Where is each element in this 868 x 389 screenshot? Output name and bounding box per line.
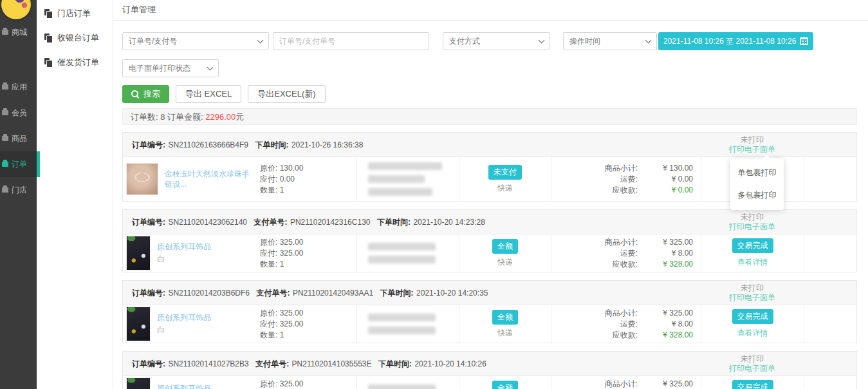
redacted-text-bar: [368, 384, 436, 389]
print-waybill-link[interactable]: 打印电子面单: [701, 222, 804, 232]
order-time-value: 2021-10-20 14:20:35: [416, 289, 488, 298]
order-time-value: 2021-10-20 14:10:26: [414, 359, 486, 368]
product-cell: 金枝玉叶天然淡水珍珠手链设... 原价: 130.00 应付: 0.00 数量:…: [123, 157, 356, 201]
print-waybill-link[interactable]: 打印电子面单: [701, 145, 804, 155]
order-time-value: 2021-10-20 14:23:28: [413, 218, 485, 227]
summary-text: 订单数: 8 订单金额:: [131, 112, 205, 122]
redacted-text-bar: [368, 162, 442, 170]
chevron-down-icon: [645, 37, 652, 43]
sidebar-item-members[interactable]: 会员: [0, 100, 37, 126]
product-variant: 白: [157, 254, 256, 265]
product-image[interactable]: [126, 377, 151, 389]
pay-no-value: PN211020142316C130: [290, 218, 371, 227]
product-image[interactable]: [126, 236, 151, 270]
filter-row-2: 电子面单打印状态: [122, 59, 857, 77]
redacted-text-bar: [368, 175, 425, 183]
order-time-value: 2021-10-26 16:36:38: [291, 140, 363, 149]
product-name-link[interactable]: 原创系列耳饰品: [157, 312, 256, 323]
submenu-item-label: 催发货订单: [57, 57, 99, 68]
quantity: 数量: 1: [260, 185, 356, 196]
payable-price: 应付: 325.00: [260, 319, 356, 330]
product-price-info: 原价: 325.00 应付: 325.00 数量: 1: [260, 379, 356, 389]
product-price-info: 原价: 325.00 应付: 325.00 数量: 1: [260, 237, 356, 270]
view-details-link[interactable]: 查看详情: [737, 328, 768, 339]
export-excel-button[interactable]: 导出 EXCEL: [176, 85, 241, 103]
order-no-label: 订单编号:: [132, 359, 165, 368]
print-status: 未打印: [701, 135, 804, 145]
order-no-type-select[interactable]: 订单号/支付号: [122, 32, 269, 50]
product-image[interactable]: [126, 163, 158, 195]
shipping-label: 运费:: [564, 248, 638, 259]
print-waybill-link[interactable]: 打印电子面单: [701, 293, 804, 303]
original-price: 原价: 325.00: [260, 308, 356, 319]
document-icon: [44, 9, 53, 18]
payment-status-cell: 全额 快递: [459, 376, 551, 389]
order-no-label: 订单编号:: [132, 140, 165, 149]
original-price: 原价: 325.00: [260, 379, 356, 389]
submenu-item-cashier-orders[interactable]: 收银台订单: [37, 26, 113, 50]
sidebar-item-orders[interactable]: 订单: [0, 151, 37, 177]
order-summary-bar: 订单数: 8 订单金额: 2296.00元: [122, 108, 857, 125]
popup-item-single-package-print[interactable]: 单包裹打印: [730, 162, 784, 184]
totals-cell: 商品小计:¥ 325.00 运费:¥ 8.00 应收款:¥ 328.00: [551, 234, 701, 272]
payment-status-badge: 全额: [492, 381, 518, 389]
document-icon: [44, 33, 53, 43]
redacted-text-bar: [368, 188, 432, 196]
sidebar-item-mall[interactable]: 商城: [0, 19, 37, 45]
sidebar-item-stores[interactable]: 门店: [0, 177, 37, 203]
order-no-label: 订单编号:: [132, 218, 165, 227]
submenu-item-store-orders[interactable]: 门店订单: [37, 1, 113, 26]
summary-amount: 2296.00: [205, 112, 235, 122]
order-card-body: 原创系列耳饰品 白 原价: 325.00 应付: 325.00 数量: 1 全额…: [123, 305, 856, 343]
stores-icon: [2, 187, 8, 193]
order-header-info: 订单编号: SN21102014203B6DF6 支付单号: PN2110201…: [132, 287, 492, 299]
pay-no-value: PN211020141035553E: [292, 359, 372, 368]
product-name-block: 原创系列耳饰品 白: [157, 383, 260, 389]
pay-no-label: 支付单号:: [255, 359, 289, 368]
product-name-link[interactable]: 原创系列耳饰品: [157, 242, 256, 252]
product-price-info: 原价: 325.00 应付: 325.00 数量: 1: [260, 308, 356, 341]
shipping-value: ¥ 8.00: [638, 248, 693, 259]
payment-status-badge: 全额: [492, 310, 518, 325]
search-button[interactable]: 搜索: [122, 85, 169, 103]
product-cell: 原创系列耳饰品 白 原价: 325.00 应付: 325.00 数量: 1: [123, 376, 356, 389]
popup-item-multi-package-print[interactable]: 多包裹打印: [730, 184, 784, 207]
waybill-print-status-select[interactable]: 电子面单打印状态: [122, 59, 219, 77]
product-cell: 原创系列耳饰品 白 原价: 325.00 应付: 325.00 数量: 1: [123, 305, 356, 343]
sidebar-item-products[interactable]: 商品: [0, 126, 37, 151]
action-cell: 交易完成 查看详情: [701, 305, 804, 343]
original-price: 原价: 325.00: [260, 237, 356, 248]
product-name-link[interactable]: 金枝玉叶天然淡水珍珠手链设...: [165, 169, 256, 189]
export-excel-new-button[interactable]: 导出EXCEL(新): [248, 85, 325, 103]
calendar-icon: [800, 37, 808, 45]
pay-no-label: 支付单号:: [256, 289, 290, 298]
amount-due-label: 应收款:: [564, 259, 638, 270]
print-options-popup: 单包裹打印 多包裹打印: [730, 158, 784, 210]
sidebar-item-apps[interactable]: 应用: [0, 74, 37, 100]
print-waybill-link[interactable]: 打印电子面单: [701, 364, 804, 374]
amount-due-value: ¥ 328.00: [638, 259, 693, 270]
product-name-block: 原创系列耳饰品 白: [157, 312, 260, 336]
submenu-item-urge-shipment-orders[interactable]: 催发货订单: [37, 50, 113, 75]
order-no-input[interactable]: [273, 32, 429, 50]
order-card-body: 原创系列耳饰品 白 原价: 325.00 应付: 325.00 数量: 1 全额…: [123, 234, 856, 272]
submenu-item-label: 门店订单: [57, 8, 91, 19]
order-time-label: 下单时间:: [380, 289, 414, 298]
product-variant: 白: [157, 325, 256, 336]
product-image[interactable]: [126, 307, 151, 341]
pay-no-value: PN2110201420493AA1: [293, 289, 373, 298]
order-card-header: 订单编号: SN211026163666B4F9 下单时间: 2021-10-2…: [123, 133, 856, 157]
date-range-button[interactable]: 2021-11-08 10:26 至 2021-11-08 10:26: [658, 32, 813, 50]
chevron-down-icon: [207, 64, 214, 70]
payment-status-badge: 全额: [492, 239, 518, 254]
pay-method-select[interactable]: 支付方式: [443, 32, 550, 50]
export-excel-new-label: 导出EXCEL(新): [257, 88, 315, 100]
time-type-select[interactable]: 操作时间: [563, 32, 657, 50]
selected-value: 操作时间: [569, 36, 600, 47]
selected-value: 电子面单打印状态: [129, 63, 190, 74]
sidebar-item-label: 会员: [12, 108, 27, 119]
product-name-link[interactable]: 原创系列耳饰品: [157, 383, 256, 389]
view-details-link[interactable]: 查看详情: [737, 257, 768, 268]
extra-cell: [804, 376, 856, 389]
print-status-block: 未打印 打印电子面单: [701, 213, 804, 232]
